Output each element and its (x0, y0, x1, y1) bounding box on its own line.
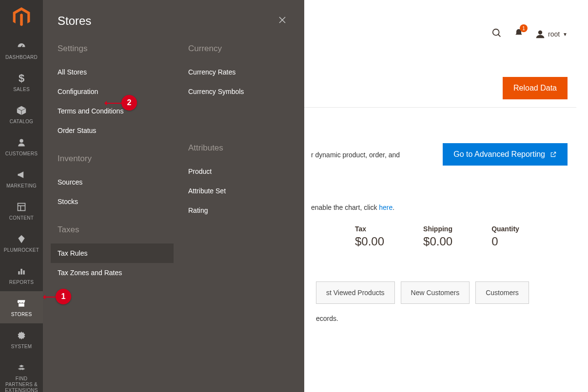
nav-customers[interactable]: CUSTOMERS (0, 131, 43, 163)
enable-chart-link[interactable]: here (379, 204, 392, 211)
nav-content-label: CONTENT (9, 215, 34, 221)
nav-customers-label: CUSTOMERS (5, 151, 38, 157)
tab-most-viewed-products[interactable]: st Viewed Products (316, 281, 395, 304)
menu-order-status[interactable]: Order Status (58, 121, 167, 140)
group-title-currency: Currency (188, 44, 297, 54)
nav-dashboard-label: DASHBOARD (5, 55, 38, 60)
svg-point-0 (493, 29, 499, 36)
nav-sales-label: SALES (13, 87, 30, 93)
notifications-badge: 1 (520, 24, 528, 32)
dashboard-tabs: st Viewed Products New Customers Custome… (316, 281, 529, 304)
nav-catalog[interactable]: CATALOG (0, 98, 43, 131)
external-link-icon (550, 151, 557, 158)
chart-disabled-message: enable the chart, click here. (311, 204, 394, 211)
nav-system-label: SYSTEM (11, 344, 32, 350)
svg-point-7 (20, 139, 23, 143)
svg-rect-13 (23, 270, 24, 274)
user-menu[interactable]: root ▼ (535, 29, 568, 39)
menu-tax-zones-and-rates[interactable]: Tax Zones and Rates (58, 263, 167, 282)
reload-data-button[interactable]: Reload Data (503, 77, 568, 99)
box-icon (16, 104, 27, 117)
nav-plumrocket-label: PLUMROCKET (4, 247, 39, 253)
stats-row: Tax $0.00 Shipping $0.00 Quantity 0 (355, 225, 519, 248)
svg-rect-8 (18, 204, 25, 211)
group-title-inventory: Inventory (58, 154, 167, 164)
menu-currency-rates[interactable]: Currency Rates (188, 62, 297, 82)
nav-marketing[interactable]: MARKETING (0, 163, 43, 195)
advanced-reporting-desc: r dynamic product, order, and (311, 151, 400, 159)
diamond-icon (17, 233, 26, 245)
magento-logo-icon[interactable] (0, 0, 43, 34)
menu-terms-and-conditions[interactable]: Terms and Conditions (58, 101, 167, 121)
store-icon (16, 297, 27, 310)
stores-flyout-panel: Stores Settings All Stores Configuration… (43, 0, 304, 392)
nav-find-partners[interactable]: FIND PARTNERS & EXTENSIONS (0, 355, 43, 392)
flyout-title: Stores (58, 14, 91, 28)
main-sidebar: DASHBOARD $ SALES CATALOG CUSTOMERS MARK… (0, 0, 43, 392)
nav-system[interactable]: SYSTEM (0, 323, 43, 355)
stat-tax: Tax $0.00 (355, 225, 384, 248)
annotation-arrow-2 (105, 103, 122, 104)
chart-icon (17, 265, 26, 278)
nav-sales[interactable]: $ SALES (0, 66, 43, 98)
nav-stores[interactable]: STORES (0, 291, 43, 323)
annotation-arrow-1 (43, 297, 57, 298)
caret-down-icon: ▼ (563, 32, 568, 37)
nav-find-partners-label: FIND PARTNERS & EXTENSIONS (2, 376, 41, 392)
menu-configuration[interactable]: Configuration (58, 82, 167, 101)
person-icon (17, 136, 26, 149)
nav-catalog-label: CATALOG (10, 119, 33, 125)
annotation-badge-2: 2 (121, 95, 137, 111)
megaphone-icon (16, 168, 27, 181)
menu-sources[interactable]: Sources (58, 172, 167, 192)
svg-rect-12 (20, 269, 22, 275)
flyout-column-1: Settings All Stores Configuration Terms … (43, 38, 174, 282)
layout-icon (17, 201, 26, 213)
nav-dashboard[interactable]: DASHBOARD (0, 34, 43, 66)
close-icon[interactable] (274, 13, 291, 29)
records-message: ecords. (316, 315, 338, 322)
svg-point-2 (538, 31, 542, 35)
tab-new-customers[interactable]: New Customers (401, 281, 470, 304)
dollar-icon: $ (19, 72, 24, 85)
nav-content[interactable]: CONTENT (0, 195, 43, 227)
menu-attribute-set[interactable]: Attribute Set (188, 181, 297, 201)
svg-rect-14 (19, 303, 24, 307)
menu-stocks[interactable]: Stocks (58, 192, 167, 211)
svg-rect-11 (18, 271, 20, 275)
menu-tax-rules[interactable]: Tax Rules (51, 243, 174, 263)
nav-marketing-label: MARKETING (6, 183, 37, 189)
menu-currency-symbols[interactable]: Currency Symbols (188, 82, 297, 101)
search-icon[interactable] (491, 28, 502, 40)
nav-plumrocket[interactable]: PLUMROCKET (0, 227, 43, 259)
svg-line-1 (498, 35, 501, 37)
group-title-attributes: Attributes (188, 143, 297, 153)
notifications-icon[interactable]: 1 (514, 28, 524, 40)
advanced-reporting-button[interactable]: Go to Advanced Reporting (443, 143, 568, 166)
advanced-reporting-label: Go to Advanced Reporting (453, 150, 545, 159)
annotation-badge-1: 1 (56, 289, 71, 304)
menu-all-stores[interactable]: All Stores (58, 62, 167, 82)
flyout-column-2: Currency Currency Rates Currency Symbols… (174, 38, 304, 282)
tab-customers[interactable]: Customers (475, 281, 529, 304)
gear-icon (17, 329, 26, 342)
cubes-icon (16, 361, 27, 374)
nav-reports-label: REPORTS (9, 280, 34, 285)
menu-product-attribute[interactable]: Product (188, 162, 297, 181)
stat-quantity: Quantity 0 (491, 225, 519, 248)
group-title-settings: Settings (58, 44, 167, 54)
avatar-icon (535, 29, 545, 39)
nav-reports[interactable]: REPORTS (0, 259, 43, 291)
username-label: root (548, 30, 560, 38)
menu-rating[interactable]: Rating (188, 201, 297, 220)
group-title-taxes: Taxes (58, 225, 167, 235)
nav-stores-label: STORES (11, 312, 32, 317)
stat-shipping: Shipping $0.00 (423, 225, 452, 248)
gauge-icon (16, 40, 27, 53)
